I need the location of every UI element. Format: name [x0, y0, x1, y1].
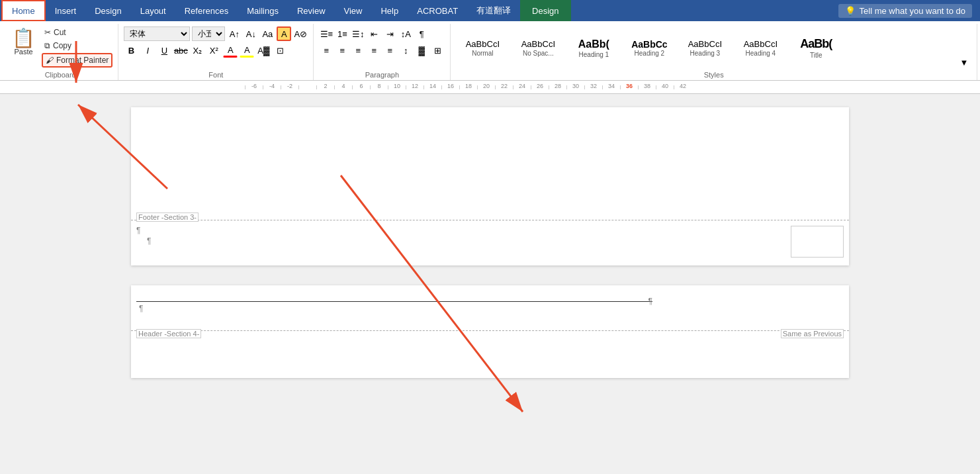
ruler-mark: 8	[370, 85, 388, 89]
ruler-mark: 6	[352, 85, 370, 89]
font-color-button[interactable]: A	[223, 43, 238, 58]
font-family-select[interactable]: 宋体	[124, 26, 190, 41]
tab-help[interactable]: Help	[371, 0, 408, 21]
tab-layout[interactable]: Layout	[131, 0, 175, 21]
styles-section: AaBbCcI Normal AaBbCcI No Spac... AaBb( …	[451, 24, 977, 80]
format-painter-button[interactable]: 🖌 Format Painter	[42, 53, 112, 68]
style-normal[interactable]: AaBbCcI Normal	[456, 36, 509, 60]
char-shading-button[interactable]: A▓	[256, 43, 271, 58]
decrease-font-button[interactable]: A↓	[244, 26, 258, 41]
cut-button[interactable]: ✂ Cut	[42, 26, 112, 38]
style-title-name: Title	[810, 52, 823, 59]
header-content: ¶ ¶	[136, 288, 844, 328]
align-right-button[interactable]: ≡	[351, 43, 365, 58]
style-heading1[interactable]: AaBb( Heading 1	[567, 34, 620, 61]
document-area: Footer -Section 3- ¶ ¶	[0, 94, 980, 474]
tell-me-box[interactable]: 💡 Tell me what you want to do	[838, 4, 972, 18]
ruler-mark: 4	[334, 85, 352, 89]
font-section: 宋体 小五 A↑ A↓ Aa A A⊘ B I U abc X₂ X² A A	[118, 24, 314, 80]
style-nospace-preview: AaBbCcI	[521, 39, 555, 50]
superscript-button[interactable]: X²	[206, 43, 221, 58]
style-title[interactable]: AaBb( Title	[789, 34, 842, 62]
footer-section3[interactable]: Footer -Section 3- ¶ ¶	[131, 220, 849, 265]
header-section4[interactable]: ¶ ¶ Header -Section 4- Same as Previous	[131, 285, 849, 331]
char-border-button[interactable]: ⊡	[273, 43, 287, 58]
align-left-button[interactable]: ≡	[319, 43, 334, 58]
ruler-mark: 42	[674, 85, 691, 89]
ruler: -6 -4 -2 2 4 6 8 10 12 14 16 18 20 22 24…	[0, 81, 980, 94]
paste-button[interactable]: 📋 Paste	[8, 26, 39, 58]
paste-label: Paste	[14, 48, 32, 56]
para-row-1: ☰≡ 1≡ ☰↕ ⇤ ⇥ ↕A ¶	[319, 26, 445, 41]
tab-mailings[interactable]: Mailings	[238, 0, 288, 21]
subscript-button[interactable]: X₂	[190, 43, 204, 58]
sort-button[interactable]: ↕A	[398, 26, 413, 41]
strikethrough-button[interactable]: abc	[173, 43, 188, 58]
style-normal-name: Normal	[472, 50, 493, 57]
font-case-button[interactable]: Aa	[260, 26, 275, 41]
numbering-button[interactable]: 1≡	[335, 26, 349, 41]
increase-indent-button[interactable]: ⇥	[382, 26, 397, 41]
style-title-preview: AaBb(	[800, 37, 832, 52]
italic-button[interactable]: I	[140, 43, 155, 58]
tab-design-context[interactable]: Design	[520, 0, 570, 21]
font-label: Font	[118, 71, 313, 79]
copy-button[interactable]: ⧉ Copy	[42, 40, 112, 52]
page-gap	[131, 265, 849, 285]
ruler-mark: 10	[388, 85, 406, 89]
page-section3-content	[131, 107, 849, 220]
decrease-indent-button[interactable]: ⇤	[367, 26, 381, 41]
underline-button[interactable]: U	[157, 43, 171, 58]
styles-label: Styles	[451, 71, 977, 79]
page-section3: Footer -Section 3- ¶ ¶	[131, 107, 849, 265]
tab-references[interactable]: References	[175, 0, 238, 21]
ruler-mark: 12	[406, 85, 423, 89]
text-highlight-button[interactable]: A	[240, 43, 254, 58]
styles-more-button[interactable]: ▼	[957, 55, 971, 70]
copy-icon: ⧉	[44, 41, 50, 50]
ruler-mark: -6	[245, 85, 263, 89]
tab-acrobat[interactable]: ACROBAT	[408, 0, 467, 21]
font-row-1: 宋体 小五 A↑ A↓ Aa A A⊘	[124, 26, 308, 41]
highlight-color-button[interactable]: A	[277, 26, 291, 41]
style-heading3[interactable]: AaBbCcI Heading 3	[678, 36, 731, 60]
footer-section3-label: Footer -Section 3-	[136, 213, 199, 222]
style-heading2[interactable]: AaBbCc Heading 2	[623, 36, 676, 61]
style-no-space[interactable]: AaBbCcI No Spac...	[512, 36, 564, 60]
lightbulb-icon: 💡	[845, 6, 856, 16]
paragraph-label: Paragraph	[314, 71, 450, 79]
increase-font-button[interactable]: A↑	[227, 26, 242, 41]
style-h2-name: Heading 2	[635, 50, 665, 57]
tab-youdao[interactable]: 有道翻译	[467, 0, 520, 21]
style-heading4[interactable]: AaBbCcI Heading 4	[734, 36, 787, 60]
line-spacing-button[interactable]: ↕	[398, 43, 413, 58]
multilevel-list-button[interactable]: ☰↕	[351, 26, 365, 41]
toolbar: 📋 Paste ✂ Cut ⧉ Copy 🖌 Format Painter Cl…	[0, 21, 980, 81]
clear-format-button[interactable]: A⊘	[293, 26, 308, 41]
style-h4-name: Heading 4	[746, 50, 776, 57]
font-size-select[interactable]: 小五	[192, 26, 225, 41]
align-center-button[interactable]: ≡	[335, 43, 349, 58]
tab-view[interactable]: View	[335, 0, 372, 21]
bullets-button[interactable]: ☰≡	[319, 26, 334, 41]
bold-button[interactable]: B	[124, 43, 138, 58]
style-h2-preview: AaBbCc	[631, 39, 667, 50]
borders-button[interactable]: ⊞	[430, 43, 445, 58]
ruler-mark: 2	[316, 85, 334, 89]
ruler-inner: -6 -4 -2 2 4 6 8 10 12 14 16 18 20 22 24…	[245, 85, 959, 89]
tab-insert[interactable]: Insert	[46, 0, 86, 21]
cut-icon: ✂	[44, 28, 51, 37]
distributed-button[interactable]: ≡	[382, 43, 397, 58]
ruler-mark: 40	[656, 85, 674, 89]
ruler-mark: -2	[281, 85, 298, 89]
ruler-mark: 30	[566, 85, 584, 89]
header-para-mark: ¶	[139, 304, 143, 313]
style-nospace-name: No Spac...	[523, 50, 554, 57]
show-formatting-button[interactable]: ¶	[414, 26, 429, 41]
shading-button[interactable]: ▓	[414, 43, 429, 58]
tab-design[interactable]: Design	[85, 0, 130, 21]
tab-review[interactable]: Review	[288, 0, 335, 21]
justify-button[interactable]: ≡	[367, 43, 381, 58]
clipboard-section: 📋 Paste ✂ Cut ⧉ Copy 🖌 Format Painter Cl…	[3, 24, 118, 80]
tab-home[interactable]: Home	[1, 0, 46, 21]
